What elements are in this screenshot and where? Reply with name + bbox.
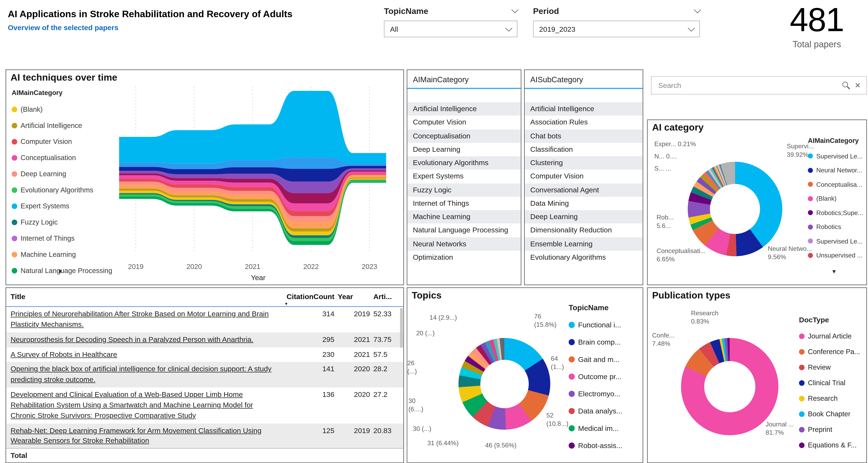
slicer-item[interactable]: Deep Learning [407,143,521,156]
slicer-item[interactable]: Conceptualisation [407,129,521,143]
column-header-citationcount[interactable]: CitationCount ▼ [281,292,334,301]
legend-item[interactable]: Equations & F... [799,437,866,453]
legend-item[interactable]: Functional i... [569,316,642,333]
legend-item[interactable]: (Blank) [12,101,119,118]
legend-item[interactable]: Gait and m... [569,351,642,368]
legend-item[interactable]: Conceptualisa... [808,177,866,191]
search-icon[interactable] [842,81,850,90]
legend-item[interactable]: Medical im... [569,420,642,437]
paper-title-link[interactable]: A Survey of Robots in Healthcare [10,350,278,360]
legend-swatch [808,196,813,201]
paper-title-link[interactable]: Rehab-Net: Deep Learning Framework for A… [10,426,278,447]
slicer-item[interactable]: Expert Systems [407,170,521,183]
legend-item[interactable]: Data analys... [569,402,642,420]
table-scrollbar[interactable] [400,308,403,348]
legend-item[interactable]: Conceptualisation [12,150,119,166]
chevron-down-icon[interactable] [512,6,519,13]
chevron-down-icon[interactable] [688,24,695,31]
slicer-item[interactable]: Clustering [525,156,643,170]
chevron-down-icon[interactable] [694,6,701,13]
legend-item[interactable]: Computer Vision [12,133,119,150]
slicer-item[interactable]: Internet of Things [407,197,521,210]
slicer-item[interactable]: Natural Language Processing [407,224,521,237]
column-header-articlescore[interactable]: Arti... [373,292,399,301]
legend-item[interactable]: Neural Networ... [808,163,866,177]
stream-legend: AIMainCategory (Blank)Artificial Intelli… [12,89,119,278]
legend-scroll-down-icon[interactable]: ▼ [57,269,63,275]
publication-types-donut[interactable] [681,338,778,435]
legend-item[interactable]: Brain comp... [569,333,642,351]
slicer-item[interactable]: Optimization [407,251,521,264]
slicer-item[interactable]: Ensemble Learning [525,237,643,251]
legend-item[interactable]: Deep Learning [12,166,119,182]
legend-item[interactable]: Unsupervised ... [808,248,866,262]
legend-item[interactable]: Journal Article [799,329,866,344]
topics-title: Topics [412,290,441,301]
slicer-item[interactable]: Neural Networks [407,237,521,251]
column-header-title[interactable]: Title [10,292,278,301]
paper-title-link[interactable]: Development and Clinical Evaluation of a… [10,390,278,421]
legend-scroll-down-icon[interactable]: ▼ [831,269,837,275]
legend-item[interactable]: Evolutionary Algorithms [12,182,119,198]
article-score-value: 27.2 [373,390,399,400]
legend-item[interactable]: Machine Learning [12,246,119,263]
topics-donut[interactable] [458,338,550,430]
chevron-down-icon[interactable] [505,24,513,31]
slicer-item[interactable]: Chat bots [525,129,643,143]
legend-item[interactable]: (Blank) [808,192,866,206]
paper-title-link[interactable]: Opening the black box of artificial inte… [10,364,278,386]
slicer-item[interactable]: Deep Learning [525,210,643,224]
stream-chart[interactable] [119,85,397,261]
legend-item[interactable]: Preprint [799,422,866,437]
citation-count-value: 314 [281,309,334,320]
slicer-item[interactable]: Artificial Intelligence [525,102,643,116]
period-dropdown[interactable]: 2019_2023 [533,21,700,37]
slicer-item[interactable]: Fuzzy Logic [407,183,521,197]
slicer-item[interactable]: Data Mining [525,197,643,210]
legend-item[interactable]: Expert Systems [12,198,119,214]
slicer-item[interactable]: Computer Vision [525,170,643,183]
slicer-item[interactable]: Evolutionary Algorithms [407,156,521,170]
legend-label: Functional i... [578,321,621,329]
slicer-item[interactable]: Machine Learning [407,210,521,224]
legend-item[interactable]: Conference Pa... [799,344,866,360]
legend-item[interactable]: Supervised Le... [808,234,866,248]
donut-hole [710,184,760,234]
paper-title-link[interactable]: Neuroprosthesis for Decoding Speech in a… [10,334,278,345]
legend-label: Electromyo... [578,390,620,398]
slicer-item[interactable]: Conversational Agent [525,183,643,197]
topicname-dropdown[interactable]: All [384,21,518,37]
legend-item[interactable]: Fuzzy Logic [12,214,119,230]
legend-item[interactable]: Robotics [808,220,866,234]
legend-item[interactable]: Internet of Things [12,230,119,246]
legend-item[interactable]: Electromyo... [569,385,642,402]
legend-item[interactable]: Robotics;Supe... [808,206,866,220]
slicer-item[interactable]: Classification [525,143,643,156]
slicer-item[interactable]: Evolutionary Algorithms [525,251,643,264]
slicer-item[interactable]: Computer Vision [407,116,521,129]
column-header-year[interactable]: Year [338,292,370,301]
slicer-item[interactable]: Artificial Intelligence [407,102,521,116]
donut-data-label: Neural Netwo... 9.56% [768,244,812,261]
donut-hole [704,361,755,412]
legend-item[interactable]: Supervised Le... [808,149,866,163]
legend-item[interactable]: Natural Language Processing [12,262,119,278]
paper-title-link[interactable]: Principles of Neurorehabilitation After … [10,309,278,330]
stream-band[interactable] [119,91,386,163]
legend-item[interactable]: Outcome pr... [569,368,642,385]
clear-search-icon[interactable]: ✕ [855,81,861,89]
legend-item[interactable]: Review [799,360,866,375]
legend-label: Deep Learning [21,170,66,178]
legend-item[interactable]: Clinical Trial [799,375,866,391]
legend-item[interactable]: Artificial Intelligence [12,117,119,133]
slicer-item[interactable]: Dimensionality Reduction [525,224,643,237]
year-value: 2021 [338,334,370,345]
table-row: A Survey of Robots in Healthcare23020215… [6,347,403,362]
publication-types-title: Publication types [652,290,731,301]
legend-item[interactable]: Robot-assis... [569,437,642,454]
search-input[interactable] [657,80,837,90]
legend-item[interactable]: Research [799,391,866,406]
slicer-item[interactable]: Association Rules [525,116,643,129]
legend-item[interactable]: Book Chapter [799,406,866,422]
ai-category-donut[interactable] [688,162,782,256]
